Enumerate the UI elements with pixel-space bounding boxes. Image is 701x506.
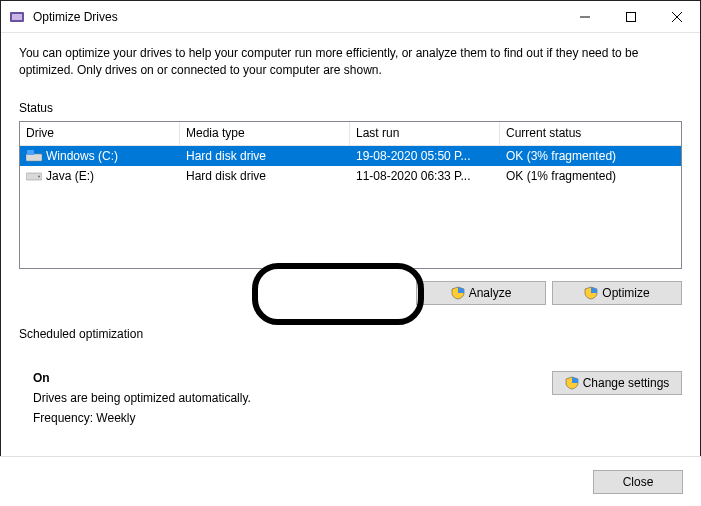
optimize-button[interactable]: Optimize — [552, 281, 682, 305]
schedule-frequency: Frequency: Weekly — [33, 411, 552, 425]
shield-icon — [584, 286, 598, 300]
app-icon — [9, 9, 25, 25]
change-settings-button[interactable]: Change settings — [552, 371, 682, 395]
drive-name: Windows (C:) — [46, 149, 118, 163]
optimize-label: Optimize — [602, 286, 649, 300]
footer: Close — [0, 456, 701, 506]
status-label: Status — [19, 101, 682, 115]
last-run: 11-08-2020 06:33 P... — [350, 168, 500, 184]
col-last[interactable]: Last run — [350, 122, 500, 145]
media-type: Hard disk drive — [180, 148, 350, 164]
table-row[interactable]: Windows (C:) Hard disk drive 19-08-2020 … — [20, 146, 681, 166]
svg-rect-3 — [627, 12, 636, 21]
current-status: OK (3% fragmented) — [500, 148, 681, 164]
drive-name: Java (E:) — [46, 169, 94, 183]
schedule-state: On — [33, 371, 552, 385]
close-label: Close — [623, 475, 654, 489]
highlight-annotation — [252, 263, 424, 325]
close-button[interactable] — [654, 1, 700, 33]
table-row[interactable]: Java (E:) Hard disk drive 11-08-2020 06:… — [20, 166, 681, 186]
schedule-label: Scheduled optimization — [19, 327, 682, 341]
shield-icon — [451, 286, 465, 300]
maximize-button[interactable] — [608, 1, 654, 33]
close-dialog-button[interactable]: Close — [593, 470, 683, 494]
content-area: You can optimize your drives to help you… — [1, 33, 700, 431]
media-type: Hard disk drive — [180, 168, 350, 184]
analyze-label: Analyze — [469, 286, 512, 300]
table-header: Drive Media type Last run Current status — [20, 122, 681, 146]
svg-point-9 — [38, 175, 40, 177]
schedule-section: On Drives are being optimized automatica… — [19, 371, 682, 431]
intro-text: You can optimize your drives to help you… — [19, 45, 682, 79]
svg-rect-6 — [26, 154, 42, 161]
drive-icon — [26, 170, 42, 182]
shield-icon — [565, 376, 579, 390]
action-buttons: Analyze Optimize — [19, 281, 682, 305]
window-title: Optimize Drives — [33, 10, 562, 24]
change-settings-label: Change settings — [583, 376, 670, 390]
schedule-desc: Drives are being optimized automatically… — [33, 391, 552, 405]
last-run: 19-08-2020 05:50 P... — [350, 148, 500, 164]
current-status: OK (1% fragmented) — [500, 168, 681, 184]
minimize-button[interactable] — [562, 1, 608, 33]
drives-table: Drive Media type Last run Current status… — [19, 121, 682, 269]
col-media[interactable]: Media type — [180, 122, 350, 145]
col-drive[interactable]: Drive — [20, 122, 180, 145]
svg-rect-7 — [27, 150, 34, 155]
drive-icon — [26, 150, 42, 162]
col-status[interactable]: Current status — [500, 122, 681, 145]
svg-rect-1 — [12, 14, 22, 20]
titlebar: Optimize Drives — [1, 1, 700, 33]
analyze-button[interactable]: Analyze — [416, 281, 546, 305]
